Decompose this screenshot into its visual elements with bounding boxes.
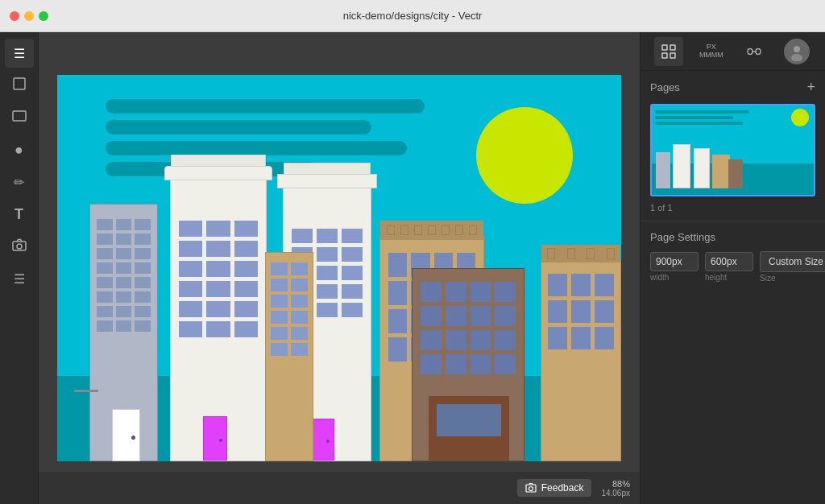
settings-title: Page Settings bbox=[650, 231, 815, 243]
width-field: width bbox=[650, 252, 699, 282]
door-handle bbox=[219, 439, 222, 442]
building-2-windows bbox=[171, 213, 266, 345]
minimize-button[interactable] bbox=[24, 11, 34, 21]
pages-title: Pages bbox=[650, 81, 680, 93]
window-controls bbox=[10, 11, 48, 21]
camera-small-icon bbox=[525, 482, 537, 494]
feedback-button[interactable]: Feedback bbox=[517, 479, 592, 497]
size-field: Custom Size Letter A4 1080p Size bbox=[760, 251, 825, 283]
speed-line-2 bbox=[106, 120, 371, 134]
building-2 bbox=[170, 180, 267, 461]
layers-icon: ☰ bbox=[14, 271, 25, 287]
add-page-button[interactable]: + bbox=[806, 79, 815, 96]
pen-icon: ✏ bbox=[14, 175, 24, 190]
rectangle-icon bbox=[12, 110, 27, 125]
titlebar: nick-demo/designs/city - Vectr bbox=[0, 0, 825, 32]
thumb-building-5 bbox=[728, 159, 743, 188]
width-label: width bbox=[650, 273, 699, 282]
height-label: height bbox=[705, 273, 753, 282]
ellipse-tool-button[interactable]: ● bbox=[5, 135, 34, 164]
page-counter: 1 of 1 bbox=[650, 203, 815, 213]
panel-toolbar: PXMMMM bbox=[641, 32, 825, 71]
size-select[interactable]: Custom Size Letter A4 1080p bbox=[760, 251, 825, 272]
rectangle-tool-button[interactable] bbox=[5, 103, 34, 132]
settings-section: Page Settings width height Custom Size L… bbox=[641, 221, 825, 292]
building-7-top bbox=[541, 245, 620, 262]
svg-point-13 bbox=[794, 46, 800, 52]
grid-view-button[interactable] bbox=[654, 37, 683, 66]
zoom-percent: 88% bbox=[601, 479, 630, 489]
building-1-accent bbox=[74, 390, 98, 392]
thumb-building-2 bbox=[673, 144, 690, 188]
svg-point-5 bbox=[529, 487, 533, 491]
select-tool-button[interactable] bbox=[5, 71, 34, 100]
building-6-windows bbox=[412, 274, 524, 382]
sun bbox=[476, 107, 573, 204]
svg-rect-0 bbox=[14, 78, 25, 89]
speed-line-1 bbox=[106, 99, 425, 114]
building-7 bbox=[541, 260, 621, 461]
building-5-top bbox=[380, 221, 483, 240]
building-6-large-window bbox=[437, 404, 501, 436]
building-7-windows bbox=[541, 267, 620, 356]
canvas-area: Feedback 88% 14.06px bbox=[39, 32, 640, 504]
building-1-door bbox=[112, 409, 140, 461]
menu-icon: ☰ bbox=[14, 46, 25, 61]
svg-rect-9 bbox=[670, 53, 675, 58]
thumb-lines bbox=[655, 110, 790, 127]
user-avatar bbox=[784, 39, 810, 64]
height-field: height bbox=[705, 252, 753, 282]
avatar-button[interactable] bbox=[782, 37, 811, 66]
right-panel: PXMMMM bbox=[640, 32, 825, 504]
ellipse-icon: ● bbox=[15, 142, 23, 159]
svg-point-3 bbox=[17, 244, 22, 249]
svg-rect-7 bbox=[670, 45, 675, 50]
height-input[interactable] bbox=[705, 252, 753, 271]
zoom-px: 14.06px bbox=[601, 489, 630, 498]
pages-header: Pages + bbox=[650, 79, 815, 96]
px-label: PXMMMM bbox=[699, 43, 723, 60]
thumb-building-4 bbox=[712, 155, 730, 188]
canvas-wrapper[interactable] bbox=[57, 75, 621, 461]
menu-tool-button[interactable]: ☰ bbox=[5, 39, 34, 68]
pen-tool-button[interactable]: ✏ bbox=[5, 167, 34, 196]
app-body: ☰ ● ✏ T bbox=[0, 32, 825, 504]
thumb-building-3 bbox=[694, 148, 710, 188]
thumb-building-1 bbox=[656, 152, 670, 188]
left-toolbar: ☰ ● ✏ T bbox=[0, 32, 39, 504]
bottom-bar: Feedback 88% 14.06px bbox=[39, 472, 640, 504]
maximize-button[interactable] bbox=[39, 11, 48, 21]
window-title: nick-demo/designs/city - Vectr bbox=[343, 10, 483, 22]
text-icon: T bbox=[15, 206, 23, 223]
door-handle bbox=[131, 436, 135, 440]
thumb-sun bbox=[791, 109, 809, 126]
building-1-windows bbox=[90, 213, 157, 338]
feedback-label: Feedback bbox=[541, 482, 584, 494]
close-button[interactable] bbox=[10, 11, 19, 21]
building-6 bbox=[412, 268, 524, 461]
px-view-button[interactable]: PXMMMM bbox=[697, 37, 726, 66]
speed-lines bbox=[106, 99, 460, 183]
svg-rect-6 bbox=[662, 45, 667, 50]
building-4-windows bbox=[266, 258, 313, 361]
page-thumbnail[interactable] bbox=[650, 104, 815, 196]
camera-tool-button[interactable] bbox=[5, 232, 34, 261]
building-6-lower bbox=[429, 396, 509, 461]
city-illustration bbox=[57, 75, 621, 461]
layers-tool-button[interactable]: ☰ bbox=[5, 264, 34, 293]
width-input[interactable] bbox=[650, 252, 699, 271]
pages-section: Pages + 1 of 1 bbox=[641, 71, 825, 221]
building-3-door bbox=[312, 419, 334, 461]
text-tool-button[interactable]: T bbox=[5, 200, 34, 229]
door-handle bbox=[326, 440, 330, 443]
building-2-cap bbox=[164, 166, 272, 180]
building-3-cap bbox=[277, 174, 377, 188]
building-2-door bbox=[203, 416, 227, 461]
speed-line-3 bbox=[106, 141, 407, 155]
link-button[interactable] bbox=[740, 37, 769, 66]
camera-icon bbox=[12, 238, 27, 254]
select-icon bbox=[12, 76, 27, 94]
settings-row: width height Custom Size Letter A4 1080p… bbox=[650, 251, 815, 283]
grid-icon bbox=[661, 44, 676, 59]
svg-rect-8 bbox=[662, 53, 667, 58]
